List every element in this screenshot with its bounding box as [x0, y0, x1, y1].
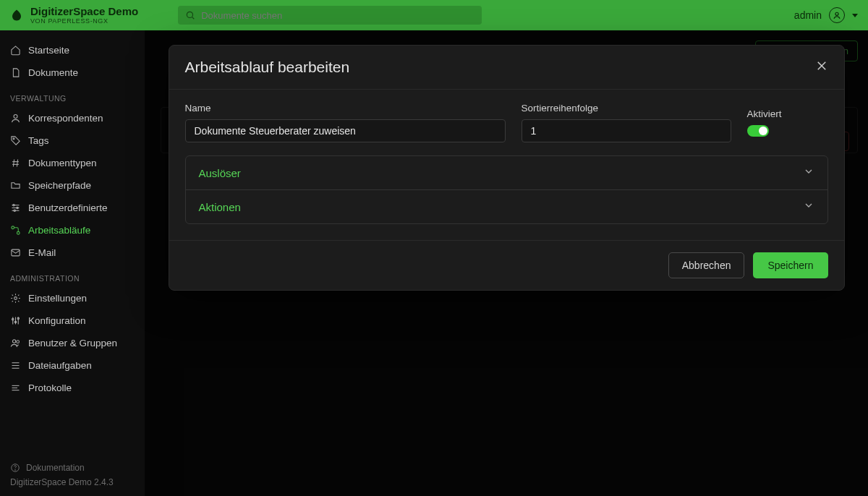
sidebar-item-dokumente[interactable]: Dokumente — [0, 61, 145, 84]
sidebar-doc-link[interactable]: Dokumentation — [10, 463, 135, 473]
home-icon — [10, 45, 21, 56]
brand-leaf-icon — [10, 9, 23, 22]
sidebar-item-label: Benutzerdefinierte — [28, 202, 108, 213]
svg-point-15 — [12, 226, 14, 229]
modal-backdrop: Arbeitsablauf bearbeiten Name Sortierrei… — [145, 30, 868, 496]
close-icon — [815, 59, 828, 72]
sliders-icon — [10, 202, 21, 213]
workflow-icon — [10, 225, 21, 236]
accordion-title: Aktionen — [199, 201, 241, 213]
svg-line-8 — [17, 160, 17, 167]
sidebar-item-arbeitsablaufe[interactable]: Arbeitsabläufe — [0, 219, 145, 241]
sidebar-item-einstellungen[interactable]: Einstellungen — [0, 287, 145, 309]
sidebar-item-label: Dokumente — [28, 67, 78, 78]
person-icon — [10, 113, 21, 124]
mail-icon — [10, 247, 21, 258]
svg-point-16 — [17, 231, 20, 234]
svg-point-25 — [12, 340, 15, 343]
enabled-toggle[interactable] — [747, 125, 769, 137]
sidebar-item-tags[interactable]: Tags — [0, 129, 145, 152]
search-box[interactable] — [178, 6, 482, 25]
sidebar-item-konfiguration[interactable]: Konfiguration — [0, 309, 145, 332]
version-label: DigitizerSpace Demo 2.4.3 — [10, 477, 135, 487]
sidebar-item-label: Speicherpfade — [28, 180, 91, 191]
chevron-down-icon — [852, 14, 858, 17]
username: admin — [794, 9, 822, 21]
sidebar-item-label: Einstellungen — [28, 293, 87, 304]
sidebar-item-dateiaufgaben[interactable]: Dateiaufgaben — [0, 354, 145, 377]
sidebar: Startseite Dokumente VERWALTUNG Korrespo… — [0, 30, 145, 496]
modal-footer: Abbrechen Speichern — [169, 240, 844, 290]
cancel-button[interactable]: Abbrechen — [668, 252, 745, 278]
config-icon — [10, 315, 21, 326]
svg-point-2 — [835, 12, 838, 15]
sidebar-item-label: Arbeitsabläufe — [28, 225, 90, 236]
svg-point-3 — [14, 115, 17, 119]
folder-icon — [10, 180, 21, 191]
sidebar-item-speicherpfade[interactable]: Speicherpfade — [0, 174, 145, 197]
brand: DigitizerSpace Demo VON PAPERLESS-NGX — [30, 6, 138, 25]
sidebar-section-admin: ADMINISTRATION — [0, 264, 145, 287]
enabled-label: Aktiviert — [747, 108, 828, 119]
sidebar-section-verwaltung: VERWALTUNG — [0, 84, 145, 107]
sidebar-item-protokolle[interactable]: Protokolle — [0, 377, 145, 399]
sidebar-item-label: Benutzer & Gruppen — [28, 338, 117, 349]
sidebar-item-startseite[interactable]: Startseite — [0, 39, 145, 61]
avatar-icon — [829, 7, 845, 23]
sidebar-item-label: Tags — [28, 135, 49, 146]
sidebar-item-label: Protokolle — [28, 382, 72, 393]
modal-header: Arbeitsablauf bearbeiten — [169, 46, 844, 90]
doc-label: Dokumentation — [26, 463, 85, 473]
sidebar-item-email[interactable]: E-Mail — [0, 241, 145, 264]
topbar: DigitizerSpace Demo VON PAPERLESS-NGX ad… — [0, 0, 868, 30]
sidebar-item-label: Startseite — [28, 45, 69, 56]
list-icon — [10, 360, 21, 371]
field-name: Name — [185, 103, 506, 142]
svg-point-26 — [17, 341, 20, 343]
accordion-header-ausloser[interactable]: Auslöser — [186, 156, 827, 189]
svg-line-1 — [192, 17, 195, 20]
svg-point-4 — [13, 138, 14, 140]
svg-line-7 — [13, 160, 14, 167]
sidebar-item-label: E-Mail — [28, 247, 56, 258]
svg-point-18 — [14, 297, 17, 300]
svg-point-0 — [187, 12, 193, 17]
name-input[interactable] — [185, 119, 506, 142]
accordion: Auslöser Aktionen — [185, 155, 828, 224]
sidebar-item-label: Dateiaufgaben — [28, 360, 92, 371]
sidebar-item-korrespondenten[interactable]: Korrespondenten — [0, 107, 145, 129]
accordion-title: Auslöser — [199, 167, 241, 179]
modal-title: Arbeitsablauf bearbeiten — [185, 59, 350, 76]
document-icon — [10, 67, 21, 78]
sidebar-item-benutzerdefinierte[interactable]: Benutzerdefinierte — [0, 197, 145, 219]
user-menu[interactable]: admin — [794, 7, 858, 23]
sidebar-item-label: Dokumenttypen — [28, 158, 97, 168]
chevron-down-icon — [803, 166, 814, 180]
sidebar-footer: Dokumentation DigitizerSpace Demo 2.4.3 — [0, 456, 145, 496]
accordion-item-aktionen: Aktionen — [186, 190, 827, 223]
log-icon — [10, 382, 21, 393]
search-input[interactable] — [201, 10, 475, 21]
field-enabled: Aktiviert — [747, 108, 828, 142]
workflow-edit-modal: Arbeitsablauf bearbeiten Name Sortierrei… — [169, 45, 845, 291]
users-icon — [10, 338, 21, 349]
sidebar-item-label: Korrespondenten — [28, 113, 103, 124]
sidebar-item-benutzer-gruppen[interactable]: Benutzer & Gruppen — [0, 332, 145, 354]
accordion-header-aktionen[interactable]: Aktionen — [186, 190, 827, 223]
sidebar-item-label: Konfiguration — [28, 315, 86, 326]
name-label: Name — [185, 103, 506, 114]
modal-body: Name Sortierreihenfolge Aktiviert — [169, 90, 844, 240]
tag-icon — [10, 135, 21, 146]
sort-input[interactable] — [522, 119, 731, 142]
save-button[interactable]: Speichern — [753, 252, 827, 278]
search-icon — [185, 10, 195, 20]
brand-title: DigitizerSpace Demo — [30, 6, 138, 17]
brand-subtitle: VON PAPERLESS-NGX — [30, 17, 138, 25]
sidebar-item-dokumenttypen[interactable]: Dokumenttypen — [0, 152, 145, 174]
help-icon — [10, 463, 20, 473]
field-sort: Sortierreihenfolge — [522, 103, 731, 142]
gear-icon — [10, 293, 21, 304]
close-button[interactable] — [815, 59, 828, 75]
chevron-down-icon — [803, 200, 814, 214]
main-content: itsablauf hinzufügen en Löschen Arbeitsa… — [145, 30, 868, 496]
